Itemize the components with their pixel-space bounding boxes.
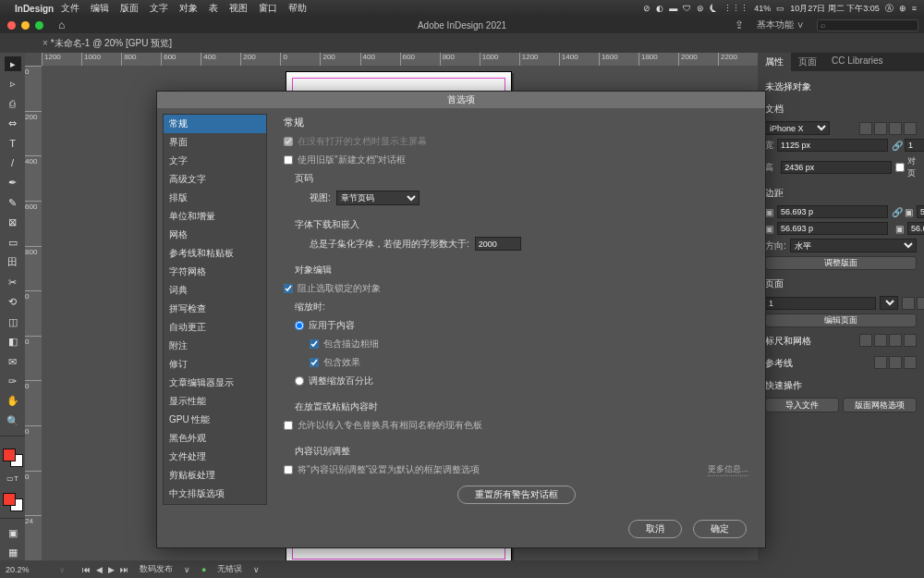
link-wh-icon[interactable]: 🔗: [892, 141, 901, 151]
menu-object[interactable]: 对象: [179, 2, 198, 15]
menu-file[interactable]: 文件: [61, 2, 79, 15]
app-name[interactable]: InDesign: [15, 4, 54, 14]
nav-next-icon[interactable]: ▶: [108, 565, 115, 574]
tray-icon[interactable]: ≡: [912, 4, 917, 13]
menu-layout[interactable]: 版面: [120, 2, 139, 15]
nav-last-icon[interactable]: ⏭: [120, 565, 128, 574]
tray-icon[interactable]: ⏾: [710, 4, 718, 13]
selection-tool[interactable]: ▸: [5, 56, 21, 71]
menu-view[interactable]: 视图: [229, 2, 248, 15]
gradient-feather-tool[interactable]: ◧: [5, 334, 21, 349]
adjust-layout-button[interactable]: 调整版面: [765, 256, 917, 270]
default-colors[interactable]: [3, 493, 23, 511]
menu-type[interactable]: 文字: [150, 2, 168, 15]
grid-icon-1[interactable]: [859, 334, 872, 347]
direct-selection-tool[interactable]: ▹: [5, 76, 21, 91]
sb-clipboard[interactable]: 剪贴板处理: [164, 466, 266, 485]
maximize-button[interactable]: [35, 21, 43, 30]
height-input[interactable]: [781, 161, 892, 174]
scale-effects-checkbox[interactable]: [310, 358, 319, 367]
margin-bottom-input[interactable]: [777, 222, 888, 235]
layout-grid-button[interactable]: 版面网格选项: [843, 398, 917, 412]
search-input[interactable]: [817, 19, 918, 31]
gradient-swatch-tool[interactable]: ◫: [5, 314, 21, 329]
prevent-locked-checkbox[interactable]: [284, 284, 293, 293]
workspace-switcher[interactable]: 基本功能 ∨: [753, 18, 808, 31]
sb-track-changes[interactable]: 修订: [164, 355, 266, 374]
sb-composition[interactable]: 排版: [164, 189, 266, 207]
width-input[interactable]: [777, 139, 888, 152]
font-threshold-input[interactable]: [475, 237, 521, 251]
minimize-button[interactable]: [21, 21, 30, 30]
margin-top-input[interactable]: [777, 205, 888, 218]
nav-first-icon[interactable]: ⏮: [82, 565, 91, 574]
menu-help[interactable]: 帮助: [288, 2, 307, 15]
tab-pages[interactable]: 页面: [791, 53, 824, 71]
sb-gpu[interactable]: GPU 性能: [164, 411, 266, 429]
pages-input[interactable]: [905, 139, 924, 152]
orient-landscape-icon[interactable]: [874, 122, 887, 135]
page-number-input[interactable]: [765, 297, 876, 310]
share-icon[interactable]: ⇪: [735, 18, 744, 31]
scale-percent-radio[interactable]: [295, 376, 304, 386]
nav-prev-icon[interactable]: ◀: [96, 565, 103, 574]
zoom-tool[interactable]: 🔍: [5, 413, 21, 428]
gap-tool[interactable]: ⇔: [5, 116, 21, 130]
delete-page-icon[interactable]: [917, 297, 924, 310]
link-margins-icon[interactable]: 🔗: [892, 207, 901, 217]
menu-window[interactable]: 窗口: [259, 2, 277, 15]
layout-grid-tool[interactable]: 田: [5, 255, 21, 270]
tray-icon[interactable]: 🛡: [683, 4, 691, 13]
format-container-toggle[interactable]: ▭T: [5, 472, 21, 486]
allow-swatch-checkbox[interactable]: [284, 421, 293, 430]
new-page-icon[interactable]: [902, 297, 915, 310]
facing-checkbox[interactable]: [895, 163, 905, 172]
menu-edit[interactable]: 编辑: [91, 2, 109, 15]
type-tool[interactable]: T: [5, 136, 21, 151]
sb-interface[interactable]: 界面: [164, 133, 266, 152]
note-tool[interactable]: ✉: [5, 354, 21, 369]
grid-icon-3[interactable]: [889, 334, 902, 347]
sb-char-grid[interactable]: 字符网格: [164, 263, 266, 281]
rectangle-tool[interactable]: ▭: [5, 235, 21, 250]
wifi-icon[interactable]: ⋮⋮⋮: [723, 4, 748, 13]
home-icon[interactable]: ⌂: [58, 18, 65, 31]
guides-icon-1[interactable]: [874, 356, 887, 369]
eyedropper-tool[interactable]: ✑: [5, 374, 21, 388]
free-transform-tool[interactable]: ⟲: [5, 294, 21, 309]
sb-story-editor[interactable]: 文章编辑器显示: [164, 374, 266, 392]
view-mode-normal[interactable]: ▣: [5, 525, 21, 540]
page-num-view-select[interactable]: 章节页码: [336, 191, 419, 205]
sb-cjk[interactable]: 中文排版选项: [164, 485, 266, 503]
cancel-button[interactable]: 取消: [628, 520, 682, 538]
legacy-new-checkbox[interactable]: [284, 155, 293, 165]
guides-icon-2[interactable]: [889, 356, 902, 369]
scissors-tool[interactable]: ✂: [5, 275, 21, 289]
zoom-level[interactable]: 20.2%: [6, 565, 48, 574]
sb-grids[interactable]: 网格: [164, 226, 266, 244]
line-tool[interactable]: /: [5, 155, 21, 170]
sb-file-handling[interactable]: 文件处理: [164, 448, 266, 466]
tab-cc-libraries[interactable]: CC Libraries: [824, 53, 891, 71]
doc-tab[interactable]: × *未命名-1 @ 20% [GPU 预览]: [28, 37, 181, 50]
sb-general[interactable]: 常规: [164, 115, 266, 133]
binding-ltr-icon[interactable]: [889, 122, 902, 135]
edit-pages-button[interactable]: 编辑页面: [765, 314, 917, 327]
sb-dictionary[interactable]: 词典: [164, 281, 266, 300]
sb-guides[interactable]: 参考线和粘贴板: [164, 244, 266, 263]
tray-icon[interactable]: Ⓐ: [885, 3, 894, 15]
margin-left-input[interactable]: [917, 205, 924, 218]
pen-tool[interactable]: ✒: [5, 176, 21, 191]
tray-icon[interactable]: ⊜: [697, 4, 704, 13]
tab-close-icon[interactable]: ×: [43, 38, 48, 48]
rectangle-frame-tool[interactable]: ⊠: [5, 215, 21, 230]
tray-icon[interactable]: ▬: [669, 4, 677, 13]
sb-display-perf[interactable]: 显示性能: [164, 392, 266, 411]
page-tool[interactable]: ⎙: [5, 96, 21, 111]
sb-autocorrect[interactable]: 自动更正: [164, 318, 266, 337]
import-button[interactable]: 导入文件: [765, 398, 839, 412]
page-nav-select[interactable]: [880, 296, 898, 310]
tray-icon[interactable]: ⊕: [899, 4, 906, 13]
ok-button[interactable]: 确定: [693, 520, 747, 538]
margin-right-input[interactable]: [907, 222, 924, 235]
